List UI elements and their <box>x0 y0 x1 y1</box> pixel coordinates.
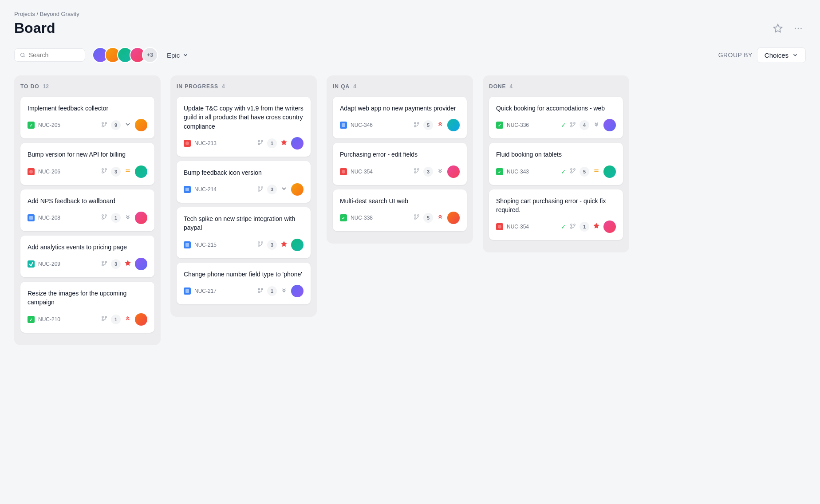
svg-point-65 <box>414 215 416 217</box>
choices-dropdown[interactable]: Choices <box>757 47 806 63</box>
svg-point-20 <box>102 218 104 220</box>
svg-point-3 <box>800 28 802 29</box>
task-card[interactable]: Fluid booking on tablets ✓ NUC-343 ✓ 5 <box>489 143 623 185</box>
task-card[interactable]: Bump feedback icon version NUC-214 3 <box>177 161 311 203</box>
ticket-id: NUC-208 <box>38 215 60 221</box>
task-card[interactable]: Bump version for new API for billing NUC… <box>20 143 154 185</box>
svg-point-69 <box>571 126 572 127</box>
svg-point-36 <box>261 140 263 142</box>
group-by-label: GROUP BY <box>718 51 753 59</box>
card-title: Update T&C copy with v1.9 from the write… <box>184 104 304 131</box>
column-inprogress: IN PROGRESS 4 Update T&C copy with v1.9 … <box>170 75 317 317</box>
card-title: Multi-dest search UI web <box>340 197 460 205</box>
task-card[interactable]: Multi-dest search UI web ✓ NUC-338 5 <box>333 189 467 231</box>
branch-icon <box>257 139 264 147</box>
card-footer: ✓ NUC-338 5 <box>340 212 460 224</box>
card-footer: ✓ NUC-336 ✓ 4 <box>496 119 616 131</box>
priority-icon <box>593 167 600 176</box>
svg-point-15 <box>105 169 107 170</box>
task-card[interactable]: Quick booking for accomodations - web ✓ … <box>489 97 623 138</box>
search-input[interactable] <box>29 51 79 59</box>
task-card[interactable]: Update T&C copy with v1.9 from the write… <box>177 97 311 157</box>
count-badge: 1 <box>111 315 121 324</box>
count-badge: 3 <box>111 259 121 269</box>
branch-icon <box>414 168 420 175</box>
svg-point-33 <box>185 142 189 145</box>
count-badge: 4 <box>580 120 589 130</box>
task-card[interactable]: Shoping cart purchasing error - quick fi… <box>489 189 623 240</box>
column-count: 4 <box>222 83 225 90</box>
svg-text:✓: ✓ <box>498 170 501 174</box>
epic-filter-button[interactable]: Epic <box>165 49 190 62</box>
card-footer: NUC-213 1 <box>184 137 304 150</box>
card-title: Bump version for new API for billing <box>28 150 147 159</box>
svg-point-9 <box>102 122 104 124</box>
column-title: TO DO <box>20 83 39 90</box>
svg-point-59 <box>414 172 416 173</box>
ticket-type-icon <box>184 140 191 147</box>
ticket-id: NUC-206 <box>38 169 60 175</box>
priority-icon <box>280 287 288 295</box>
ticket-id: NUC-209 <box>38 261 60 267</box>
svg-point-71 <box>574 122 576 124</box>
count-badge: 1 <box>111 213 121 223</box>
svg-point-24 <box>102 264 104 266</box>
card-title: Tech spike on new stripe integration wit… <box>184 214 304 232</box>
assignee-avatar <box>291 183 304 196</box>
ticket-id: NUC-213 <box>194 140 217 146</box>
ticket-id: NUC-210 <box>38 316 60 323</box>
avatar-more[interactable]: +3 <box>142 47 158 63</box>
branch-icon <box>101 122 107 129</box>
task-card[interactable]: Tech spike on new stripe integration wit… <box>177 207 311 258</box>
svg-point-74 <box>571 172 572 173</box>
task-card[interactable]: Add analytics events to pricing page NUC… <box>20 236 154 277</box>
svg-point-56 <box>418 122 419 124</box>
ticket-type-icon: ✓ <box>496 122 503 129</box>
column-inqa: IN QA 4 Adapt web app no new payments pr… <box>327 75 473 244</box>
task-card[interactable]: Change phone number field type to 'phone… <box>177 263 311 304</box>
count-badge: 3 <box>423 167 433 177</box>
card-title: Implement feedback collector <box>28 104 147 113</box>
svg-point-22 <box>105 215 107 217</box>
card-title: Fluid booking on tablets <box>496 150 616 159</box>
branch-icon <box>414 122 420 129</box>
check-icon: ✓ <box>561 122 566 129</box>
svg-marker-0 <box>774 24 782 32</box>
ticket-type-icon: ✓ <box>496 168 503 175</box>
task-card[interactable]: Resize the images for the upcoming campa… <box>20 282 154 333</box>
branch-icon <box>257 241 264 248</box>
count-badge: 3 <box>267 240 277 250</box>
task-card[interactable]: Purchasing error - edit fields NUC-354 3 <box>333 143 467 185</box>
page-title: Board <box>14 20 55 36</box>
assignee-avatar <box>291 137 304 150</box>
task-card[interactable]: Adapt web app no new payments provider N… <box>333 97 467 138</box>
column-count: 12 <box>43 83 49 90</box>
column-todo: TO DO 12 Implement feedback collector ✓ … <box>14 75 161 345</box>
card-title: Add NPS feedback to wallboard <box>28 197 147 205</box>
star-button[interactable] <box>770 21 785 36</box>
ticket-id: NUC-354 <box>351 169 373 175</box>
card-title: Bump feedback icon version <box>184 168 304 177</box>
ticket-type-icon: ✓ <box>28 122 35 129</box>
choices-label: Choices <box>765 51 788 59</box>
card-title: Adapt web app no new payments provider <box>340 104 460 113</box>
assignee-avatar <box>135 165 147 178</box>
card-footer: NUC-346 5 <box>340 119 460 131</box>
svg-point-29 <box>102 319 104 321</box>
search-box[interactable] <box>14 48 85 62</box>
task-card[interactable]: Add NPS feedback to wallboard NUC-208 1 <box>20 189 154 231</box>
card-footer: NUC-217 1 <box>184 285 304 297</box>
priority-icon <box>124 260 131 268</box>
svg-point-60 <box>414 169 416 170</box>
task-card[interactable]: Implement feedback collector ✓ NUC-205 9 <box>20 97 154 138</box>
priority-icon <box>124 315 131 324</box>
ticket-id: NUC-343 <box>507 169 529 175</box>
more-options-button[interactable] <box>791 21 806 36</box>
column-title: DONE <box>489 83 506 90</box>
card-title: Shoping cart purchasing error - quick fi… <box>496 197 616 215</box>
svg-point-1 <box>795 28 796 29</box>
column-header-todo: TO DO 12 <box>20 83 154 90</box>
count-badge: 9 <box>111 120 121 130</box>
svg-point-75 <box>571 169 572 170</box>
assignee-avatar <box>603 119 616 131</box>
